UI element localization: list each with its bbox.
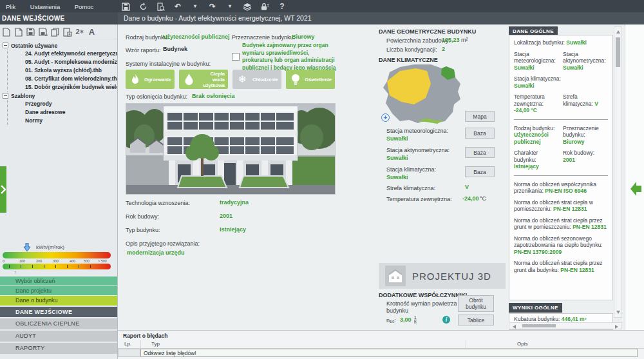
klim-row: Stacja klimatyczna:Suwałki <box>514 75 608 89</box>
collapse-icon[interactable] <box>3 43 8 48</box>
open-file-icon[interactable] <box>14 27 23 37</box>
scroll-up-icon[interactable] <box>616 30 620 34</box>
tree-item-file[interactable]: 01. Szkoła wyższa (chłód).thb <box>8 66 117 75</box>
copy-icon[interactable] <box>50 27 60 37</box>
technologia-label: Technologia wznoszenia: <box>126 200 190 206</box>
energy-scale: kWh/(m²rok) 0 100 200 300 400 500 > 500 … <box>0 242 116 276</box>
nav-audyt[interactable]: AUDYT <box>0 331 117 342</box>
report-preview-icon[interactable] <box>156 2 165 11</box>
tile-hot-water[interactable]: Ciepła woda użytkowa <box>179 70 228 89</box>
baza-akt-button[interactable]: Baza <box>465 147 495 158</box>
wzor-value[interactable]: Budynek <box>163 46 187 52</box>
menu-plik[interactable]: Plik <box>0 1 21 10</box>
scroll-right-icon[interactable] <box>615 325 618 329</box>
public-building-checkbox[interactable] <box>232 53 240 61</box>
save-file-icon[interactable] <box>26 27 35 37</box>
redo-icon[interactable]: ↷ <box>208 2 217 11</box>
floors-value[interactable]: 2 <box>442 46 445 52</box>
green-arrow-left-icon[interactable] <box>630 180 641 197</box>
tables-button[interactable]: Tablice <box>458 315 494 325</box>
tree-item-file[interactable]: 05. Audyt - Kompleksowa modernizacja <box>8 58 117 66</box>
rok-row: Rok budowy:2001 <box>563 150 608 170</box>
tree-item-file[interactable]: 15. Dobór grzejników budynek wieloroc <box>8 83 117 92</box>
map-button[interactable]: Mapa <box>465 111 495 122</box>
tree-group-recent[interactable]: Ostatnio używane <box>3 41 117 50</box>
horizontal-scrollbar[interactable] <box>509 322 622 329</box>
lock-icon[interactable] <box>260 2 269 11</box>
nav-dane-o-budynku[interactable]: Dane o budynku <box>0 296 117 306</box>
station-met-value[interactable]: Suwałki <box>386 135 408 142</box>
temp-value[interactable]: -24,00 <box>462 195 479 202</box>
new-file-icon[interactable] <box>1 27 11 37</box>
oslona-label: Typ osłonięcia budynku: <box>126 93 187 100</box>
nav-wybor-obliczen[interactable]: Wybór obliczeń <box>0 277 117 286</box>
font-icon[interactable]: A <box>87 27 97 37</box>
projektuj-3d-button[interactable]: PROJEKTUJ 3D <box>379 263 506 289</box>
opis-value[interactable]: modernizacja urzędu <box>127 249 185 256</box>
refresh-icon[interactable] <box>138 2 147 11</box>
typ-value[interactable]: Istniejący <box>220 226 246 233</box>
norm-row: Norma do obliczeń sezonowego zapotrzebow… <box>514 235 608 256</box>
page-title: Dane o budynku - Audyt efektywności ener… <box>118 12 644 24</box>
redo-dropdown-icon[interactable]: ▾ <box>225 2 234 11</box>
zone-label: Strefa klimatyczna: <box>386 185 435 191</box>
info-icon[interactable]: i <box>442 316 450 324</box>
tree-item-template[interactable]: Przegrody <box>8 100 117 108</box>
save-icon[interactable] <box>121 2 130 11</box>
station-klim-value[interactable]: Suwałki <box>386 174 408 180</box>
kubatura-value[interactable]: 446,41 <box>562 316 578 322</box>
scroll-left-icon[interactable] <box>513 325 516 329</box>
tree-item-file[interactable]: 08. Certyfikat dom wielorodzinny.thb <box>8 75 117 83</box>
menu-ustawienia[interactable]: Ustawienia <box>24 1 66 10</box>
station-klim-label: Stacja klimatyczna: <box>386 166 436 173</box>
tile-cooling[interactable]: ❄ Chłodzenie <box>232 70 281 89</box>
tab-wyniki-ogolne[interactable]: WYNIKI OGÓLNE <box>509 303 562 313</box>
undo-icon[interactable]: ↶ <box>173 2 182 11</box>
tree-item-template[interactable]: Normy <box>8 117 117 125</box>
export-icon[interactable] <box>62 27 72 37</box>
zone-value[interactable]: V <box>465 184 469 190</box>
tree-group-templates[interactable]: Szablony <box>3 92 117 100</box>
general-data-card: Lokalizacja budynku: Suwałki Stacja mete… <box>509 35 613 300</box>
rok-value[interactable]: 2001 <box>220 213 232 219</box>
area-value[interactable]: 125,23 <box>442 37 460 43</box>
tree-item-file[interactable]: 24. Audyt efektywności energetycznej.t <box>8 50 117 58</box>
scrollbar-thumb[interactable] <box>616 37 620 67</box>
nav-dane-wejsciowe[interactable]: DANE WEJŚCIOWE <box>0 307 117 317</box>
chevron-right-icon <box>1 185 6 194</box>
scrollbar-thumb[interactable] <box>522 324 556 327</box>
nav-dane-projektu[interactable]: Dane projektu <box>0 286 117 295</box>
przeznaczenie-value[interactable]: Biurowy <box>292 34 315 40</box>
rodzaj-value[interactable]: Użyteczności publicznej <box>163 34 230 40</box>
scroll-down-icon[interactable] <box>616 311 620 314</box>
error-table-header: Lp. Typ Opis <box>118 340 644 349</box>
n50-label: n₅₀: <box>386 317 396 324</box>
right-collapse-strip <box>625 24 644 330</box>
baza-klim-button[interactable]: Baza <box>465 166 495 177</box>
undo-dropdown-icon[interactable]: ▾ <box>191 2 200 11</box>
oslona-value[interactable]: Brak osłonięcia <box>192 93 235 99</box>
menu-pomoc[interactable]: Pomoc <box>69 1 100 10</box>
renumber-icon[interactable]: 2 <box>75 27 84 37</box>
nav-obliczenia-cieplne[interactable]: OBLICZENIA CIEPLNE <box>0 318 117 329</box>
tile-heating[interactable]: Ogrzewanie <box>126 70 175 89</box>
tile-lighting[interactable]: Oświetlenie <box>286 70 335 89</box>
nav-raporty[interactable]: RAPORTY <box>0 343 117 354</box>
help-icon[interactable]: ? <box>278 2 287 11</box>
n50-value[interactable]: 3,00 <box>400 316 412 323</box>
collapse-icon[interactable] <box>3 93 8 99</box>
save-as-icon[interactable] <box>38 27 48 37</box>
systems-label: Systemy instalacyjne w budynku: <box>126 61 211 67</box>
error-row-message[interactable]: Odśwież listę błędów! <box>140 349 638 357</box>
technologia-value[interactable]: tradycyjna <box>220 199 249 206</box>
package-icon[interactable] <box>243 2 252 11</box>
baza-met-button[interactable]: Baza <box>465 128 495 139</box>
rotate-building-button[interactable]: Obrót budynku <box>458 295 494 312</box>
vertical-scrollbar[interactable] <box>614 26 622 318</box>
map-zoom-icon[interactable]: + <box>381 113 390 122</box>
panel-expand-handle[interactable] <box>0 166 6 213</box>
tree-item-template[interactable]: Dane adresowe <box>8 108 117 117</box>
station-akt-value[interactable]: Suwałki <box>386 155 408 161</box>
kubatura-unit: m³ <box>580 316 586 322</box>
poland-map[interactable] <box>380 62 465 129</box>
